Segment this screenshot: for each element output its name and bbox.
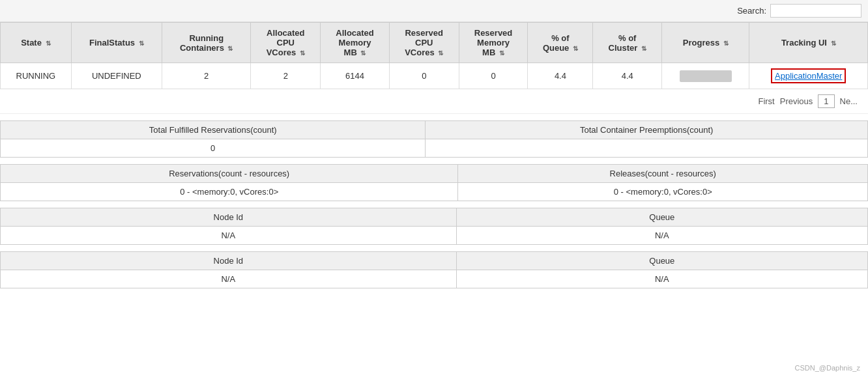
summary-section-2: Reservations(count - resources) Releases…: [0, 164, 868, 201]
summary3a-col2-value: N/A: [456, 227, 867, 245]
sort-icon-res-cpu: ⇅: [438, 49, 443, 57]
main-table-wrap: State ⇅ FinalStatus ⇅ RunningContainers …: [0, 22, 868, 89]
sort-icon-running: ⇅: [227, 45, 233, 52]
summary2-col2-header: Releases(count - resources): [458, 165, 868, 183]
summary-table-2: Reservations(count - resources) Releases…: [0, 164, 868, 201]
summary-table-3a: Node Id Queue N/A N/A: [0, 208, 868, 245]
cell-reserved-memory: 0: [459, 63, 528, 89]
summary1-col1-value: 0: [1, 139, 426, 158]
summary2-col1-header: Reservations(count - resources): [1, 165, 458, 183]
cell-state: RUNNING: [1, 63, 72, 89]
table-header-row: State ⇅ FinalStatus ⇅ RunningContainers …: [1, 23, 868, 63]
cell-final-status: UNDEFINED: [71, 63, 162, 89]
cell-allocated-cpu: 2: [251, 63, 321, 89]
col-allocated-cpu[interactable]: AllocatedCPUVCores ⇅: [251, 23, 321, 63]
sort-icon-pct-queue: ⇅: [573, 45, 578, 52]
pagination-row: First Previous 1 Ne...: [0, 89, 868, 114]
cell-running-containers: 2: [162, 63, 251, 89]
col-progress[interactable]: Progress ⇅: [662, 23, 749, 63]
main-table: State ⇅ FinalStatus ⇅ RunningContainers …: [0, 22, 868, 89]
sort-icon-progress: ⇅: [723, 40, 729, 47]
summary-header-row-2: Reservations(count - resources) Releases…: [1, 165, 868, 183]
cell-progress: [662, 63, 749, 89]
summary1-col2-value: [426, 139, 868, 158]
col-pct-cluster[interactable]: % ofCluster ⇅: [593, 23, 662, 63]
summary-section-3a: Node Id Queue N/A N/A: [0, 208, 868, 245]
summary3b-col1-value: N/A: [1, 270, 457, 288]
sort-icon-res-mem: ⇅: [499, 49, 504, 57]
col-tracking-ui[interactable]: Tracking UI ⇅: [749, 23, 868, 63]
table-row: RUNNINGUNDEFINED226144004.44.4Applicatio…: [1, 63, 868, 89]
summary3b-col1-header: Node Id: [1, 252, 457, 270]
search-bar: Search:: [0, 0, 868, 22]
col-pct-queue[interactable]: % ofQueue ⇅: [528, 23, 593, 63]
sort-icon-pct-cluster: ⇅: [641, 45, 646, 52]
summary-section-1: Total Fulfilled Reservations(count) Tota…: [0, 120, 868, 158]
summary-table-1: Total Fulfilled Reservations(count) Tota…: [0, 120, 868, 158]
sort-icon-alloc-cpu: ⇅: [300, 49, 305, 57]
summary2-col1-value: 0 - <memory:0, vCores:0>: [1, 183, 458, 201]
summary-section-3b: Node Id Queue N/A N/A: [0, 251, 868, 288]
summary3b-data-row: N/A N/A: [1, 270, 868, 288]
cell-pct-queue: 4.4: [528, 63, 593, 89]
summary3a-data-row: N/A N/A: [1, 227, 868, 245]
cell-allocated-memory: 6144: [321, 63, 390, 89]
summary-header-row-3b: Node Id Queue: [1, 252, 868, 270]
summary3a-col2-header: Queue: [456, 208, 867, 227]
summary2-col2-value: 0 - <memory:0, vCores:0>: [458, 183, 868, 201]
search-input[interactable]: [770, 4, 861, 18]
sort-icon-alloc-mem: ⇅: [360, 49, 366, 57]
col-final-status[interactable]: FinalStatus ⇅: [71, 23, 162, 63]
sort-icon-finalstatus: ⇅: [139, 40, 144, 47]
search-label: Search:: [737, 6, 766, 16]
progress-bar: [680, 70, 732, 82]
pagination-first[interactable]: First: [758, 96, 774, 106]
summary-header-row-3a: Node Id Queue: [1, 208, 868, 227]
col-reserved-memory[interactable]: ReservedMemoryMB ⇅: [459, 23, 528, 63]
summary3b-col2-value: N/A: [456, 270, 867, 288]
sort-icon-tracking: ⇅: [831, 40, 836, 47]
sort-icon-state: ⇅: [46, 40, 51, 47]
summary3a-col1-header: Node Id: [1, 208, 457, 227]
cell-pct-cluster: 4.4: [593, 63, 662, 89]
cell-reserved-cpu: 0: [389, 63, 459, 89]
col-allocated-memory[interactable]: AllocatedMemoryMB ⇅: [321, 23, 390, 63]
col-reserved-cpu[interactable]: ReservedCPUVCores ⇅: [389, 23, 459, 63]
summary3a-col1-value: N/A: [1, 227, 457, 245]
summary3b-col2-header: Queue: [456, 252, 867, 270]
summary-header-row-1: Total Fulfilled Reservations(count) Tota…: [1, 121, 868, 139]
col-state[interactable]: State ⇅: [1, 23, 72, 63]
summary2-data-row: 0 - <memory:0, vCores:0> 0 - <memory:0, …: [1, 183, 868, 201]
col-running-containers[interactable]: RunningContainers ⇅: [162, 23, 251, 63]
pagination-previous[interactable]: Previous: [780, 96, 813, 106]
cell-tracking-ui: ApplicationMaster: [749, 63, 868, 89]
pagination-next[interactable]: Ne...: [840, 96, 858, 106]
summary1-data-row: 0: [1, 139, 868, 158]
pagination-current: 1: [818, 94, 834, 108]
summary-table-3b: Node Id Queue N/A N/A: [0, 251, 868, 288]
summary1-col2-header: Total Container Preemptions(count): [426, 121, 868, 139]
tracking-ui-link[interactable]: ApplicationMaster: [771, 68, 846, 83]
summary1-col1-header: Total Fulfilled Reservations(count): [1, 121, 426, 139]
